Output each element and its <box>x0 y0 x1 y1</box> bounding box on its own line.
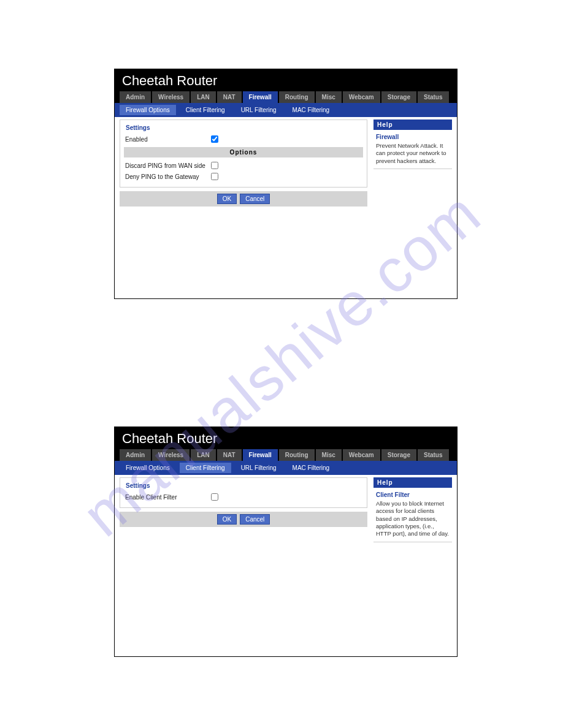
tab-admin[interactable]: Admin <box>120 91 151 103</box>
deny-ping-checkbox[interactable] <box>211 173 218 180</box>
help-header: Help <box>373 477 452 488</box>
subtab-firewall-options[interactable]: Firewall Options <box>120 105 176 115</box>
discard-ping-checkbox[interactable] <box>211 162 218 169</box>
subtab-client-filtering[interactable]: Client Filtering <box>180 105 231 115</box>
settings-fieldset: Settings Enabled Options Discard PING fr… <box>120 119 367 188</box>
settings-fieldset: Settings Enable Client Filter <box>120 477 367 508</box>
button-bar: OK Cancel <box>120 191 367 207</box>
sub-tab-bar: Firewall Options Client Filtering URL Fi… <box>115 461 457 475</box>
brand-title: Cheetah Router <box>115 427 457 449</box>
subtab-url-filtering[interactable]: URL Filtering <box>235 463 283 473</box>
tab-wireless[interactable]: Wireless <box>152 449 190 461</box>
main-panel: Settings Enabled Options Discard PING fr… <box>120 119 367 294</box>
tab-lan[interactable]: LAN <box>191 449 216 461</box>
tab-webcam[interactable]: Webcam <box>343 449 380 461</box>
enabled-checkbox[interactable] <box>211 135 218 143</box>
brand-title: Cheetah Router <box>115 69 457 91</box>
enable-client-filter-label: Enable Client Filter <box>125 494 211 501</box>
tab-nat[interactable]: NAT <box>217 91 242 103</box>
subtab-mac-filtering[interactable]: MAC Filtering <box>286 463 336 473</box>
tab-nat[interactable]: NAT <box>217 449 242 461</box>
deny-ping-label: Deny PING to the Gateway <box>125 173 211 180</box>
tab-firewall[interactable]: Firewall <box>243 91 278 103</box>
subtab-firewall-options[interactable]: Firewall Options <box>120 463 176 473</box>
tab-admin[interactable]: Admin <box>120 449 151 461</box>
tab-misc[interactable]: Misc <box>316 91 342 103</box>
help-title: Firewall <box>376 134 450 140</box>
help-title: Client Filter <box>376 491 450 498</box>
tab-misc[interactable]: Misc <box>316 449 342 461</box>
tab-storage[interactable]: Storage <box>381 449 416 461</box>
router-window-firewall-options: Cheetah Router Admin Wireless LAN NAT Fi… <box>114 69 458 299</box>
help-text: Allow you to block Internet access for l… <box>376 500 450 538</box>
button-bar: OK Cancel <box>120 512 367 527</box>
main-tab-bar: Admin Wireless LAN NAT Firewall Routing … <box>115 449 457 461</box>
tab-status[interactable]: Status <box>418 449 449 461</box>
tab-routing[interactable]: Routing <box>279 91 315 103</box>
enable-client-filter-checkbox[interactable] <box>211 493 218 501</box>
subtab-client-filtering[interactable]: Client Filtering <box>180 463 231 473</box>
subtab-mac-filtering[interactable]: MAC Filtering <box>286 105 336 115</box>
tab-storage[interactable]: Storage <box>381 91 416 103</box>
ok-button[interactable]: OK <box>217 514 237 525</box>
tab-routing[interactable]: Routing <box>279 449 315 461</box>
help-text: Prevent Network Attack. It can protect y… <box>376 142 450 165</box>
settings-legend: Settings <box>124 124 151 131</box>
sub-tab-bar: Firewall Options Client Filtering URL Fi… <box>115 103 457 117</box>
options-header: Options <box>124 147 363 157</box>
help-panel: Help Firewall Prevent Network Attack. It… <box>373 119 452 294</box>
cancel-button[interactable]: Cancel <box>240 194 270 204</box>
subtab-url-filtering[interactable]: URL Filtering <box>235 105 283 115</box>
router-window-client-filtering: Cheetah Router Admin Wireless LAN NAT Fi… <box>114 427 458 657</box>
main-tab-bar: Admin Wireless LAN NAT Firewall Routing … <box>115 91 457 103</box>
tab-firewall[interactable]: Firewall <box>243 449 278 461</box>
tab-status[interactable]: Status <box>418 91 449 103</box>
tab-webcam[interactable]: Webcam <box>343 91 380 103</box>
settings-legend: Settings <box>124 482 151 489</box>
tab-wireless[interactable]: Wireless <box>152 91 190 103</box>
ok-button[interactable]: OK <box>217 194 237 204</box>
help-panel: Help Client Filter Allow you to block In… <box>373 477 452 651</box>
discard-ping-label: Discard PING from WAN side <box>125 162 211 169</box>
main-panel: Settings Enable Client Filter OK Cancel <box>120 477 367 651</box>
enabled-label: Enabled <box>125 136 211 143</box>
help-header: Help <box>373 119 452 130</box>
tab-lan[interactable]: LAN <box>191 91 216 103</box>
cancel-button[interactable]: Cancel <box>240 514 270 525</box>
